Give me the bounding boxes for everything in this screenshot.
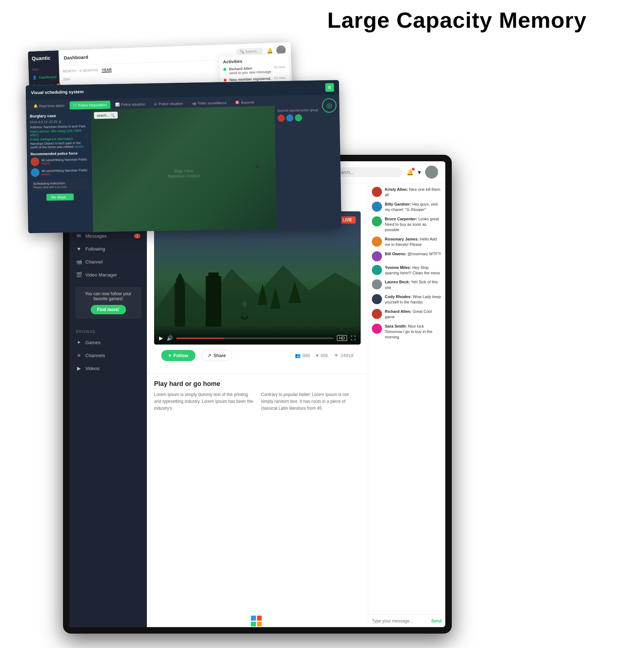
chat-avatar bbox=[372, 237, 382, 247]
chat-username: Yvonne Miles: bbox=[385, 265, 411, 270]
search-input[interactable] bbox=[330, 167, 402, 177]
sidebar-logo: Quantic bbox=[69, 183, 147, 205]
video-title: The Witcher 3: Wild Hunt PS4 bbox=[174, 192, 275, 200]
promo-text: You can now follow your favorite games! bbox=[85, 291, 131, 301]
main-content-area: The Witcher 3: Wild Hunt PS4 John Stone … bbox=[147, 183, 368, 627]
svg-marker-9 bbox=[176, 273, 184, 280]
sidebar-item-video-manager[interactable]: 🎬 Video Manager bbox=[69, 268, 147, 281]
streamer-avatar bbox=[154, 190, 170, 206]
video-progress-bar[interactable] bbox=[176, 338, 333, 339]
video-controls: ▶ 🔊 HD ⛶ bbox=[154, 328, 361, 345]
share-icon: ↗ bbox=[207, 353, 211, 358]
chat-avatar bbox=[372, 265, 382, 275]
notification-bell[interactable]: 🔔 bbox=[406, 169, 414, 176]
sidebar-item-games[interactable]: ✦ Games bbox=[69, 336, 147, 349]
sidebar-games-label: Games bbox=[85, 340, 100, 345]
followers-stat: 👥 986 bbox=[295, 353, 310, 358]
chat-input-area: Send bbox=[368, 615, 445, 627]
chat-username: Bruce Carpenter: bbox=[385, 217, 417, 221]
chat-username: Bill Owens: bbox=[385, 252, 406, 256]
video-section: The Witcher 3: Wild Hunt PS4 John Stone … bbox=[147, 183, 368, 373]
police-title: Visual scheduling system bbox=[31, 89, 84, 95]
video-subtitle: John Stone plays The Witcher 3: Wild Hun… bbox=[174, 200, 275, 205]
description-right: Contrary to popular belief, Lorem Ipsum … bbox=[261, 391, 361, 412]
chat-message: Rosemary James: Hello Add me in friends!… bbox=[372, 237, 442, 248]
video-player[interactable]: LIVE ▶ 🔊 HD bbox=[154, 211, 361, 345]
followers-count: 986 bbox=[302, 353, 310, 358]
share-label: Share bbox=[213, 353, 226, 358]
messages-badge: 1 bbox=[134, 234, 140, 238]
svg-point-1 bbox=[183, 92, 186, 95]
play-button[interactable]: ▶ bbox=[159, 335, 163, 341]
fullscreen-button[interactable]: ⛶ bbox=[351, 335, 356, 341]
chat-avatar bbox=[372, 187, 382, 197]
chat-username: Cody Rhodes: bbox=[385, 294, 412, 299]
chat-bubble: Bruce Carpenter: Looks great Need to buy… bbox=[385, 216, 442, 233]
chat-avatar bbox=[372, 202, 382, 212]
sidebar: Quantic Main 👤 Dashboard ✉ Messages 1 bbox=[69, 183, 147, 627]
svg-point-2 bbox=[212, 87, 215, 90]
svg-line-3 bbox=[127, 85, 235, 88]
chat-message: Bruce Carpenter: Looks great Need to buy… bbox=[372, 216, 442, 233]
chat-bubble: Sara Smith: Nice lock Tomorrow i go to b… bbox=[385, 324, 442, 340]
chat-message: Kristy Allen: Nice one kill them all bbox=[372, 187, 442, 198]
dashboard-icon: 👤 bbox=[76, 220, 82, 226]
sidebar-item-channels[interactable]: ≡ Channels bbox=[69, 349, 147, 362]
views-stat: 👁 24918 bbox=[334, 353, 353, 358]
sidebar-dashboard-label: Dashboard bbox=[85, 220, 108, 226]
follow-button[interactable]: ♥ Follow bbox=[161, 350, 195, 361]
chat-panel: Kristy Allen: Nice one kill them allBill… bbox=[368, 183, 445, 627]
chat-avatar bbox=[372, 216, 382, 226]
sidebar-videomanager-label: Video Manager bbox=[85, 272, 117, 278]
chat-username: Richard Allen: bbox=[385, 309, 411, 314]
chat-username: Billy Gardner: bbox=[385, 202, 411, 206]
chat-bubble: Cody Rhodes: Wow Lady keep yourself in t… bbox=[385, 294, 442, 305]
following-icon: ♥ bbox=[76, 246, 82, 252]
chat-message: Sara Smith: Nice lock Tomorrow i go to b… bbox=[372, 324, 442, 340]
description-left: Lorem Ipsum is simply dummy text of the … bbox=[154, 391, 254, 412]
sidebar-item-channel[interactable]: 📹 Channel bbox=[69, 255, 147, 268]
sidebar-item-following[interactable]: ♥ Following bbox=[69, 242, 147, 255]
video-manager-icon: 🎬 bbox=[76, 272, 82, 278]
chat-message: Billy Gardner: Hey guys, visit my chanel… bbox=[372, 202, 442, 213]
chat-message: Lauren Beck: Yeh Sick of this shit bbox=[372, 279, 442, 291]
follow-label: Follow bbox=[174, 353, 188, 358]
video-stats: 👥 986 ♥ 986 👁 bbox=[295, 353, 353, 358]
user-avatar[interactable] bbox=[425, 166, 438, 179]
dash-bg-logo: Quantic bbox=[28, 50, 59, 66]
share-button[interactable]: ↗ Share bbox=[201, 350, 232, 361]
games-icon: ✦ bbox=[76, 339, 82, 345]
messages-icon: ✉ bbox=[76, 233, 82, 239]
sidebar-messages-label: Messages bbox=[85, 233, 107, 239]
activities-title: Activities bbox=[223, 57, 285, 64]
windows-button[interactable] bbox=[251, 616, 264, 629]
chat-bubble: Yvonne Miles: Hey Stop sparring here!!! … bbox=[385, 265, 442, 276]
sidebar-following-label: Following bbox=[85, 246, 105, 252]
volume-icon[interactable]: 🔊 bbox=[167, 335, 173, 341]
header-title: Chanel bbox=[77, 168, 326, 176]
sidebar-promo: You can now follow your favorite games! … bbox=[75, 287, 141, 319]
chat-message: Richard Allen: Great Cool game bbox=[372, 309, 442, 320]
tablet-screen: Chanel 🔔 ▾ Quantic bbox=[69, 161, 445, 627]
chat-message-input[interactable] bbox=[372, 618, 428, 624]
chevron-down-icon: ▾ bbox=[418, 169, 421, 176]
action-bar: ♥ Follow ↗ Share 👥 bbox=[154, 345, 361, 366]
svg-line-5 bbox=[128, 113, 236, 117]
svg-rect-10 bbox=[206, 276, 221, 327]
send-button[interactable]: Send bbox=[431, 618, 442, 624]
sidebar-item-dashboard[interactable]: 👤 Dashboard bbox=[69, 216, 147, 229]
sidebar-item-messages[interactable]: ✉ Messages 1 bbox=[69, 229, 147, 242]
notification-dot bbox=[412, 168, 415, 171]
chat-bubble: Lauren Beck: Yeh Sick of this shit bbox=[385, 279, 442, 291]
chat-bubble: Rosemary James: Hello Add me in friends!… bbox=[385, 237, 442, 248]
svg-point-17 bbox=[242, 301, 246, 307]
sidebar-main-label: Main bbox=[69, 205, 147, 216]
channel-icon: 📹 bbox=[76, 259, 82, 265]
sidebar-item-videos[interactable]: ▶ Videos bbox=[69, 362, 147, 375]
sidebar-channels-label: Channels bbox=[85, 353, 105, 358]
live-badge: LIVE bbox=[339, 216, 356, 224]
tablet-device: Chanel 🔔 ▾ Quantic bbox=[63, 155, 452, 634]
chat-bubble: Billy Gardner: Hey guys, visit my chanel… bbox=[385, 202, 442, 213]
sidebar-channel-label: Channel bbox=[85, 259, 103, 265]
find-more-button[interactable]: Find more! bbox=[91, 305, 126, 314]
